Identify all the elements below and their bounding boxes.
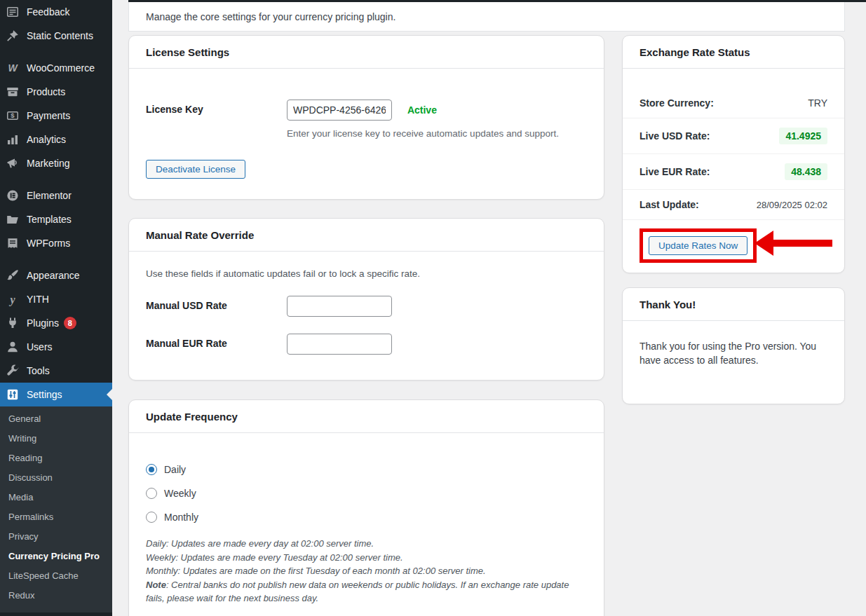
live-eur-rate-value: 48.438 [785,163,827,180]
thank-you-text: Thank you for using the Pro version. You… [623,321,844,385]
sidebar-item-woocommerce[interactable]: W WooCommerce [0,56,112,80]
frequency-option-monthly[interactable]: Monthly [146,512,587,523]
license-key-label: License Key [146,100,287,115]
store-currency-value: TRY [808,97,827,109]
sidebar-item-label: Products [27,86,65,97]
update-rates-now-button[interactable]: Update Rates Now [649,236,747,255]
license-status-badge: Active [407,104,437,116]
submenu-item-litespeed-cache[interactable]: LiteSpeed Cache [0,566,112,586]
submenu-item-permalinks[interactable]: Permalinks [0,507,112,527]
submenu-item-discussion[interactable]: Discussion [0,468,112,488]
sidebar-item-tools[interactable]: Tools [0,359,112,383]
live-usd-rate-value: 41.4925 [779,128,827,144]
sidebar-item-label: Settings [27,389,62,400]
license-settings-title: License Settings [129,36,604,69]
users-icon [6,340,20,354]
last-update-value: 28/09/2025 02:02 [757,200,827,210]
sidebar-item-label: Elementor [27,190,72,201]
appearance-icon [6,268,20,282]
license-key-input[interactable] [287,100,392,121]
thank-you-card: Thank You! Thank you for using the Pro v… [622,287,845,404]
tools-icon [6,364,20,378]
submenu-item-reading[interactable]: Reading [0,449,112,468]
sidebar-item-label: Payments [27,110,70,121]
manual-eur-rate-input[interactable] [287,334,392,355]
sidebar-item-label: YITH [27,294,49,305]
submenu-item-currency-pricing-pro[interactable]: Currency Pricing Pro [0,547,112,566]
live-usd-rate-row: Live USD Rate: 41.4925 [623,118,844,153]
plugins-icon [6,316,20,330]
marketing-icon [6,156,20,170]
manual-rate-override-card: Manual Rate Override Use these fields if… [128,218,604,381]
daily-radio[interactable] [146,464,157,475]
sidebar-item-label: Templates [27,214,72,225]
plugins-count-badge: 8 [64,317,76,329]
last-update-label: Last Update: [640,199,699,210]
templates-icon [6,212,20,226]
manual-rate-override-title: Manual Rate Override [129,219,604,252]
sidebar-item-label: Appearance [27,270,80,281]
sidebar-item-label: Tools [27,365,50,376]
live-eur-rate-label: Live EUR Rate: [640,166,710,177]
sidebar-item-marketing[interactable]: Marketing [0,151,112,175]
sidebar-item-label: Plugins [27,317,59,329]
page-description: Manage the core settings for your curren… [146,11,395,22]
svg-text:y: y [8,294,15,306]
sidebar-item-plugins[interactable]: Plugins 8 [0,311,112,335]
monthly-radio[interactable] [146,512,157,523]
sidebar-item-label: Users [27,341,53,353]
sidebar-item-label: WooCommerce [27,62,95,74]
deactivate-license-button[interactable]: Deactivate License [146,160,245,179]
svg-text:W: W [8,62,18,74]
sidebar-item-payments[interactable]: $ Payments [0,104,112,128]
sidebar-item-feedback[interactable]: Feedback [0,0,112,24]
note-weekly: Weekly: Updates are made every Tuesday a… [146,551,587,565]
manual-usd-rate-input[interactable] [287,296,392,317]
sidebar-item-yith[interactable]: y YITH [0,287,112,311]
exchange-rate-status-card: Exchange Rate Status Store Currency: TRY… [622,35,845,273]
submenu-item-writing[interactable]: Writing [0,429,112,449]
analytics-icon [6,132,20,146]
license-settings-card: License Settings License Key Active Ente… [128,35,604,200]
woocommerce-icon: W [6,61,20,75]
weekly-radio[interactable] [146,488,157,499]
frequency-option-weekly[interactable]: Weekly [146,488,587,499]
sidebar-item-users[interactable]: Users [0,335,112,359]
sidebar-item-settings[interactable]: Settings [0,383,112,406]
page-description-bar: Manage the core settings for your curren… [128,2,845,32]
sidebar-item-static-contents[interactable]: Static Contents [0,24,112,48]
sidebar-item-products[interactable]: Products [0,80,112,104]
sidebar-item-appearance[interactable]: Appearance [0,263,112,287]
note-general: Note: Central banks do not publish new d… [146,578,587,605]
live-usd-rate-label: Live USD Rate: [640,130,710,142]
settings-icon [6,388,20,402]
sidebar-item-label: Marketing [27,158,69,169]
wpforms-icon [6,236,20,250]
pin-icon [6,29,20,43]
sidebar-item-label: WPForms [27,238,70,249]
submenu-item-media[interactable]: Media [0,488,112,507]
live-eur-rate-row: Live EUR Rate: 48.438 [623,153,844,189]
sidebar-item-analytics[interactable]: Analytics [0,128,112,151]
update-frequency-title: Update Frequency [129,400,604,433]
store-currency-label: Store Currency: [640,97,714,109]
sidebar-item-label: Feedback [27,6,69,18]
manual-eur-rate-label: Manual EUR Rate [146,334,287,349]
note-monthly: Monthly: Updates are made on the first T… [146,564,587,578]
submenu-item-redux[interactable]: Redux [0,586,112,605]
annotation-red-box: Update Rates Now [640,228,757,263]
sidebar-item-elementor[interactable]: Elementor [0,184,112,207]
settings-submenu: General Writing Reading Discussion Media… [0,406,112,612]
frequency-option-daily[interactable]: Daily [146,464,587,475]
feedback-icon [6,5,20,19]
manual-usd-rate-label: Manual USD Rate [146,296,287,311]
products-icon [6,85,20,99]
sidebar-item-templates[interactable]: Templates [0,207,112,231]
thank-you-title: Thank You! [623,288,844,321]
submenu-item-privacy[interactable]: Privacy [0,527,112,547]
sidebar-item-wpforms[interactable]: WPForms [0,231,112,255]
sidebar-item-label: Static Contents [27,30,93,41]
yith-icon: y [6,292,20,306]
store-currency-row: Store Currency: TRY [623,88,844,118]
submenu-item-general[interactable]: General [0,409,112,429]
